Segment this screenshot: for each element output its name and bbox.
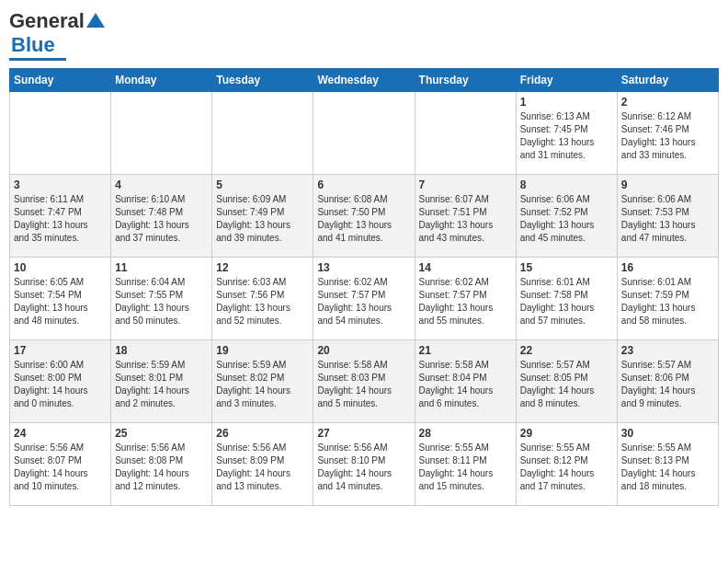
day-cell: 29Sunrise: 5:55 AM Sunset: 8:12 PM Dayli… [516,423,617,506]
day-cell: 9Sunrise: 6:06 AM Sunset: 7:53 PM Daylig… [617,175,718,258]
logo: General Blue [9,9,105,61]
day-number: 1 [520,96,613,109]
day-info: Sunrise: 6:00 AM Sunset: 8:00 PM Dayligh… [14,359,107,410]
logo-underline [9,58,66,61]
day-number: 7 [419,178,512,191]
day-cell: 22Sunrise: 5:57 AM Sunset: 8:05 PM Dayli… [516,340,617,423]
day-info: Sunrise: 6:09 AM Sunset: 7:49 PM Dayligh… [216,193,309,245]
day-number: 2 [621,96,714,109]
day-number: 14 [419,261,512,274]
day-number: 20 [317,344,410,357]
day-info: Sunrise: 6:05 AM Sunset: 7:54 PM Dayligh… [14,276,107,327]
day-cell [10,92,111,175]
day-number: 15 [520,261,613,274]
week-row-5: 24Sunrise: 5:56 AM Sunset: 8:07 PM Dayli… [10,423,719,506]
day-cell: 16Sunrise: 6:01 AM Sunset: 7:59 PM Dayli… [617,258,718,340]
day-cell: 5Sunrise: 6:09 AM Sunset: 7:49 PM Daylig… [212,175,313,258]
day-info: Sunrise: 6:07 AM Sunset: 7:51 PM Dayligh… [419,193,512,245]
column-header-sunday: Sunday [10,69,111,92]
page-header: General Blue [9,9,719,61]
day-cell: 10Sunrise: 6:05 AM Sunset: 7:54 PM Dayli… [10,258,111,340]
day-cell: 26Sunrise: 5:56 AM Sunset: 8:09 PM Dayli… [212,423,313,506]
day-cell: 6Sunrise: 6:08 AM Sunset: 7:50 PM Daylig… [313,175,415,258]
day-number: 26 [216,427,309,440]
day-number: 9 [621,178,714,191]
day-cell: 2Sunrise: 6:12 AM Sunset: 7:46 PM Daylig… [617,92,718,175]
day-cell: 1Sunrise: 6:13 AM Sunset: 7:45 PM Daylig… [516,92,617,175]
day-number: 23 [621,344,714,357]
day-number: 19 [216,344,309,357]
column-header-thursday: Thursday [415,69,516,92]
day-info: Sunrise: 6:01 AM Sunset: 7:59 PM Dayligh… [621,276,714,327]
day-number: 6 [317,178,410,191]
day-number: 28 [419,427,512,440]
day-cell: 11Sunrise: 6:04 AM Sunset: 7:55 PM Dayli… [111,258,212,340]
week-row-1: 1Sunrise: 6:13 AM Sunset: 7:45 PM Daylig… [10,92,719,175]
day-info: Sunrise: 6:04 AM Sunset: 7:55 PM Dayligh… [115,276,208,327]
svg-marker-0 [86,13,105,28]
calendar-table: SundayMondayTuesdayWednesdayThursdayFrid… [9,68,719,506]
column-header-tuesday: Tuesday [212,69,313,92]
day-number: 13 [317,261,410,274]
day-number: 8 [520,178,613,191]
day-cell [415,92,516,175]
logo-icon [85,11,105,31]
day-info: Sunrise: 5:55 AM Sunset: 8:13 PM Dayligh… [621,442,714,493]
day-info: Sunrise: 5:56 AM Sunset: 8:10 PM Dayligh… [317,442,410,493]
day-info: Sunrise: 5:58 AM Sunset: 8:03 PM Dayligh… [317,359,410,410]
day-info: Sunrise: 5:56 AM Sunset: 8:09 PM Dayligh… [216,442,309,493]
day-number: 16 [621,261,714,274]
day-number: 30 [621,427,714,440]
day-cell [111,92,212,175]
day-info: Sunrise: 5:55 AM Sunset: 8:11 PM Dayligh… [419,442,512,493]
logo-blue: Blue [11,33,55,57]
day-cell: 19Sunrise: 5:59 AM Sunset: 8:02 PM Dayli… [212,340,313,423]
day-cell: 30Sunrise: 5:55 AM Sunset: 8:13 PM Dayli… [617,423,718,506]
day-info: Sunrise: 6:06 AM Sunset: 7:52 PM Dayligh… [520,193,613,245]
column-header-wednesday: Wednesday [313,69,415,92]
day-number: 21 [419,344,512,357]
day-cell: 14Sunrise: 6:02 AM Sunset: 7:57 PM Dayli… [415,258,516,340]
day-cell: 23Sunrise: 5:57 AM Sunset: 8:06 PM Dayli… [617,340,718,423]
column-header-monday: Monday [111,69,212,92]
day-cell: 18Sunrise: 5:59 AM Sunset: 8:01 PM Dayli… [111,340,212,423]
day-number: 3 [14,178,107,191]
day-number: 11 [115,261,208,274]
day-info: Sunrise: 5:57 AM Sunset: 8:05 PM Dayligh… [520,359,613,410]
day-info: Sunrise: 6:08 AM Sunset: 7:50 PM Dayligh… [317,193,410,245]
day-cell: 4Sunrise: 6:10 AM Sunset: 7:48 PM Daylig… [111,175,212,258]
day-info: Sunrise: 5:55 AM Sunset: 8:12 PM Dayligh… [520,442,613,493]
day-info: Sunrise: 5:56 AM Sunset: 8:08 PM Dayligh… [115,442,208,493]
day-number: 10 [14,261,107,274]
day-cell: 7Sunrise: 6:07 AM Sunset: 7:51 PM Daylig… [415,175,516,258]
logo-general: General [9,9,85,33]
day-info: Sunrise: 5:59 AM Sunset: 8:01 PM Dayligh… [115,359,208,410]
day-cell: 12Sunrise: 6:03 AM Sunset: 7:56 PM Dayli… [212,258,313,340]
day-number: 4 [115,178,208,191]
day-number: 24 [14,427,107,440]
day-info: Sunrise: 6:03 AM Sunset: 7:56 PM Dayligh… [216,276,309,327]
day-number: 25 [115,427,208,440]
day-info: Sunrise: 5:56 AM Sunset: 8:07 PM Dayligh… [14,442,107,493]
day-info: Sunrise: 6:01 AM Sunset: 7:58 PM Dayligh… [520,276,613,327]
day-number: 22 [520,344,613,357]
day-info: Sunrise: 6:02 AM Sunset: 7:57 PM Dayligh… [419,276,512,327]
day-number: 18 [115,344,208,357]
day-cell: 13Sunrise: 6:02 AM Sunset: 7:57 PM Dayli… [313,258,415,340]
day-cell: 24Sunrise: 5:56 AM Sunset: 8:07 PM Dayli… [10,423,111,506]
day-cell: 15Sunrise: 6:01 AM Sunset: 7:58 PM Dayli… [516,258,617,340]
week-row-4: 17Sunrise: 6:00 AM Sunset: 8:00 PM Dayli… [10,340,719,423]
day-info: Sunrise: 6:02 AM Sunset: 7:57 PM Dayligh… [317,276,410,327]
day-info: Sunrise: 5:59 AM Sunset: 8:02 PM Dayligh… [216,359,309,410]
day-info: Sunrise: 5:58 AM Sunset: 8:04 PM Dayligh… [419,359,512,410]
day-cell: 25Sunrise: 5:56 AM Sunset: 8:08 PM Dayli… [111,423,212,506]
day-cell [313,92,415,175]
day-info: Sunrise: 6:06 AM Sunset: 7:53 PM Dayligh… [621,193,714,245]
day-number: 29 [520,427,613,440]
day-cell: 28Sunrise: 5:55 AM Sunset: 8:11 PM Dayli… [415,423,516,506]
day-info: Sunrise: 6:13 AM Sunset: 7:45 PM Dayligh… [520,110,613,162]
day-number: 27 [317,427,410,440]
day-info: Sunrise: 5:57 AM Sunset: 8:06 PM Dayligh… [621,359,714,410]
column-header-friday: Friday [516,69,617,92]
day-info: Sunrise: 6:12 AM Sunset: 7:46 PM Dayligh… [621,110,714,162]
